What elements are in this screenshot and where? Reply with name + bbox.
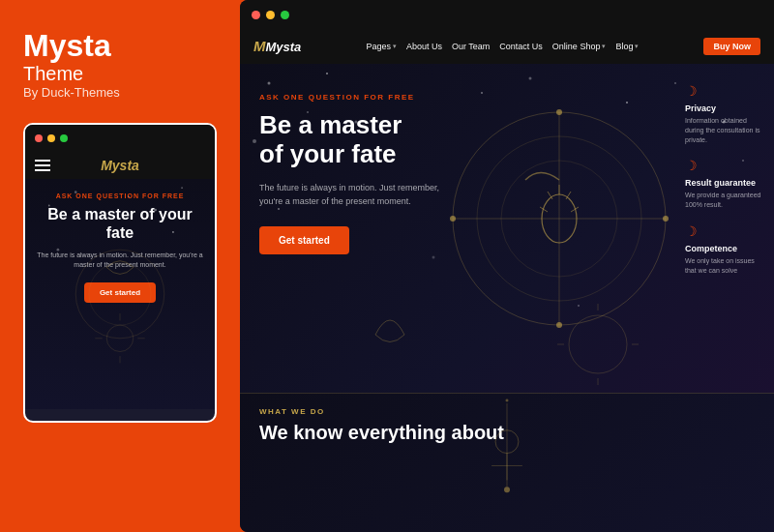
hero-left-content: ASK ONE QUESTION FOR FREE Be a master of…: [240, 64, 530, 393]
desktop-bottom-section: WHAT WE DO We know everything about: [240, 393, 774, 532]
feature-privacy-title: Privacy: [685, 103, 764, 113]
brand-name: Mysta Theme: [23, 29, 217, 85]
desktop-navbar: MMysta Pages ▾ About Us Our Team Contact…: [240, 29, 774, 64]
feature-privacy-desc: Information obtained during the consulta…: [685, 116, 764, 144]
mobile-navbar: Mysta: [25, 152, 215, 179]
hero-center-decoration: [530, 64, 685, 393]
feature-competence-desc: We only take on issues that we can solve: [685, 256, 764, 276]
svg-point-51: [506, 399, 509, 401]
hero-features: ☽ Privacy Information obtained during th…: [685, 64, 774, 393]
feature-guarantee-desc: We provide a guaranteed 100% result.: [685, 191, 764, 210]
nav-team[interactable]: Our Team: [452, 42, 490, 51]
nav-about[interactable]: About Us: [406, 42, 442, 51]
desktop-topbar: [240, 0, 774, 29]
left-panel: Mysta Theme By Duck-Themes Mysta: [0, 0, 240, 532]
chevron-down-icon: ▾: [393, 43, 397, 50]
desktop-logo: MMysta: [253, 38, 301, 55]
mobile-ask-label: ASK ONE QUESTION FOR FREE: [37, 192, 203, 199]
what-we-do-label: WHAT WE DO: [259, 407, 755, 416]
mobile-logo: Mysta: [101, 158, 139, 173]
mobile-dot-red: [35, 134, 43, 142]
desktop-dot-green: [281, 11, 289, 19]
nav-blog[interactable]: Blog ▾: [615, 42, 639, 51]
mobile-hero-title: Be a master of your fate: [37, 205, 203, 242]
feature-competence-title: Competence: [685, 244, 764, 253]
feature-guarantee-title: Result guarantee: [685, 178, 764, 188]
right-panel: MMysta Pages ▾ About Us Our Team Contact…: [240, 0, 774, 532]
bottom-title: We know everything about: [259, 422, 755, 443]
mobile-topbar: [25, 125, 215, 152]
desktop-hero: ASK ONE QUESTION FOR FREE Be a master of…: [240, 64, 774, 393]
hero-cta-button[interactable]: Get started: [259, 226, 349, 254]
mobile-hero-desc: The future is always in motion. Just rem…: [37, 251, 203, 271]
moon-icon-competence: ☽: [685, 223, 764, 239]
desktop-dot-red: [252, 11, 260, 19]
svg-point-49: [504, 487, 510, 492]
feature-competence: ☽ Competence We only take on issues that…: [685, 223, 764, 276]
mobile-preview: Mysta: [23, 123, 217, 423]
hero-main-title: Be a master of your fate: [259, 111, 511, 169]
hero-description: The future is always in motion. Just rem…: [259, 181, 453, 209]
chevron-down-icon-3: ▾: [635, 43, 639, 50]
buy-now-button[interactable]: Buy Now: [703, 38, 760, 55]
svg-point-10: [106, 325, 133, 351]
hamburger-icon[interactable]: [35, 160, 50, 171]
chevron-down-icon-2: ▾: [602, 43, 606, 50]
nav-shop[interactable]: Online Shop ▾: [552, 42, 607, 51]
desktop-dot-yellow: [266, 11, 275, 19]
svg-point-5: [181, 187, 183, 189]
feature-guarantee: ☽ Result guarantee We provide a guarante…: [685, 158, 764, 210]
mobile-dot-green: [60, 134, 68, 142]
mobile-dot-yellow: [47, 134, 55, 142]
brand-by: By Duck-Themes: [23, 85, 217, 100]
mobile-cta-button[interactable]: Get started: [84, 282, 156, 303]
hero-ask-label: ASK ONE QUESTION FOR FREE: [259, 93, 511, 102]
logo-m: M: [253, 38, 266, 54]
feature-privacy: ☽ Privacy Information obtained during th…: [685, 83, 764, 144]
nav-pages[interactable]: Pages ▾: [366, 42, 397, 51]
nav-contact[interactable]: Contact Us: [499, 42, 543, 51]
moon-icon-privacy: ☽: [685, 83, 764, 99]
desktop-nav: Pages ▾ About Us Our Team Contact Us Onl…: [366, 42, 639, 51]
moon-icon-guarantee: ☽: [685, 158, 764, 173]
mobile-content: ASK ONE QUESTION FOR FREE Be a master of…: [25, 179, 215, 409]
